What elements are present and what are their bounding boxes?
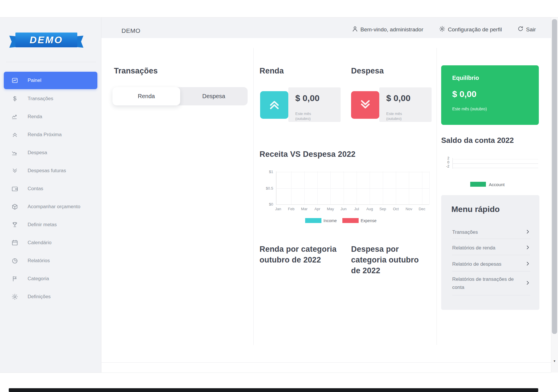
quick-menu-title: Menu rápido [451, 205, 500, 214]
gridline [304, 171, 305, 204]
quick-menu-item-transacoes[interactable]: Transações [452, 226, 531, 238]
expense-panel: $ 0,00 Este mês (outubro) [379, 87, 432, 122]
bottom-bar [9, 388, 538, 392]
expense-title: Despesa [351, 66, 384, 76]
sidebar-item-categoria[interactable]: Categoria [4, 270, 97, 288]
content-divider-1 [253, 48, 254, 345]
income-vs-expense-title: Receita VS Despesa 2022 [260, 149, 355, 160]
sidebar-item-label: Definições [28, 294, 51, 300]
scrollbar-thumb[interactable] [552, 19, 557, 334]
balance-title: Equilíbrio [452, 75, 479, 81]
sidebar-item-acompanhar-orcamento[interactable]: Acompanhar orçamento [4, 198, 97, 216]
income-period-line1: Este mês [295, 111, 311, 116]
sidebar-divider [6, 62, 96, 62]
sidebar-item-transacoes[interactable]: Transações [4, 90, 97, 108]
sidebar-item-definicoes[interactable]: Definições [4, 288, 97, 306]
sidebar-item-label: Contas [28, 186, 43, 192]
x-axis-line [276, 204, 429, 205]
sidebar-item-despesas-futuras[interactable]: Despesas futuras [4, 162, 97, 180]
quick-menu-item-relatorio-despesas[interactable]: Relatório de despesas [452, 258, 531, 270]
expense-legend-swatch [342, 218, 359, 223]
sidebar-item-label: Transações [28, 96, 53, 102]
chevron-right-icon [525, 280, 531, 287]
logout-link[interactable]: Sair [526, 26, 536, 33]
gridline [429, 171, 430, 204]
profile-settings-link[interactable]: Configuração de perfil [448, 26, 502, 33]
expense-by-category-line1: Despesa por [351, 244, 427, 255]
header-brand: DEMO [121, 27, 140, 34]
transactions-title: Transações [114, 66, 158, 76]
chevron-right-icon [525, 261, 531, 268]
x-tick-label: Aug [363, 207, 376, 211]
quick-menu-item-label: Relatórios de transações de conta [452, 275, 521, 292]
income-title: Renda [260, 66, 284, 76]
balance-card: Equilíbrio $ 0,00 Este mês (outubro) [441, 65, 539, 125]
y-axis-line [276, 171, 276, 204]
gridline [409, 171, 409, 204]
x-tick-label: Jul [350, 207, 363, 211]
sidebar-item-label: Relatórios [28, 258, 50, 264]
expense-amount: $ 0,00 [386, 93, 410, 103]
y-tick-label: $1 [259, 170, 273, 174]
gridline [344, 171, 344, 204]
income-vs-expense-chart: $1 $0.5 $0 Jan Feb Mar Apr May Jun Jul A… [256, 168, 433, 226]
quick-menu-card: Menu rápido Transações Relatórios de ren… [441, 195, 539, 310]
x-tick-label: Sep [376, 207, 389, 211]
x-tick-label: Jan [272, 207, 285, 211]
tab-despesa-label: Despesa [202, 93, 225, 100]
gridline [357, 171, 357, 204]
sidebar-item-renda-proxima[interactable]: Renda Próxima [4, 126, 97, 144]
profile-gear-icon[interactable] [439, 26, 446, 33]
x-tick-label: Nov [403, 207, 415, 211]
account-legend-swatch [470, 182, 486, 187]
gridline [291, 171, 291, 204]
sidebar-item-label: Despesas futuras [28, 168, 66, 174]
sidebar: DEMO Painel Transações Renda Renda Próxi… [0, 17, 101, 373]
x-tick-label: May [324, 207, 337, 211]
logo-ribbon-band: DEMO [15, 33, 77, 47]
gridline [276, 188, 429, 189]
sidebar-item-calendario[interactable]: Calendário [4, 234, 97, 252]
quick-menu-item-relatorios-renda[interactable]: Relatórios de renda [452, 242, 531, 254]
account-balance-chart: 2 0 -2 Account [441, 154, 540, 192]
quick-menu-divider [452, 239, 530, 239]
balance-period: Este mês (outubro) [452, 107, 487, 111]
gridline [370, 171, 370, 204]
balance-amount: $ 0,00 [452, 89, 476, 99]
y-tick-label: $0 [259, 202, 273, 206]
scrollbar-down-arrow[interactable]: ▼ [552, 359, 557, 363]
welcome-text: Bem-vindo, administrador [360, 26, 423, 33]
quick-menu-item-relatorios-transacoes-conta[interactable]: Relatórios de transações de conta [452, 274, 531, 293]
gridline [422, 171, 422, 204]
sidebar-item-definir-metas[interactable]: Definir metas [4, 216, 97, 234]
flag-icon [11, 275, 18, 282]
sidebar-item-renda[interactable]: Renda [4, 108, 97, 126]
y-tick-label: 2 [443, 156, 449, 160]
sidebar-item-despesa[interactable]: Despesa [4, 144, 97, 162]
tab-despesa[interactable]: Despesa [180, 87, 248, 105]
income-by-category-line1: Renda por categoria [260, 244, 338, 255]
sidebar-item-contas[interactable]: Contas [4, 180, 97, 198]
quick-menu-divider [452, 271, 530, 271]
dashboard-icon [11, 77, 18, 84]
sidebar-item-painel[interactable]: Painel [4, 72, 97, 89]
gridline [453, 168, 538, 168]
dashboard-page: DEMO Painel Transações Renda Renda Próxi… [0, 0, 558, 392]
y-tick-label: 0 [443, 160, 449, 164]
income-period-line2: (outubro) [295, 116, 311, 121]
content-bottom-divider [101, 362, 551, 363]
income-amount: $ 0,00 [295, 93, 319, 103]
logout-icon[interactable] [517, 26, 524, 33]
chevron-right-icon [525, 244, 531, 251]
box-icon [11, 203, 18, 210]
income-by-category-line2: outubro de 2022 [260, 255, 338, 265]
quick-menu-item-label: Relatórios de renda [452, 244, 495, 252]
gridline [330, 171, 331, 204]
tab-renda[interactable]: Renda [112, 87, 180, 105]
chevrons-up-icon [268, 98, 281, 112]
quick-menu-divider [452, 295, 530, 295]
sidebar-item-relatorios[interactable]: Relatórios [4, 252, 97, 270]
chevrons-down-icon [11, 167, 18, 174]
gridline [276, 172, 429, 172]
x-tick-label: Apr [311, 207, 324, 211]
